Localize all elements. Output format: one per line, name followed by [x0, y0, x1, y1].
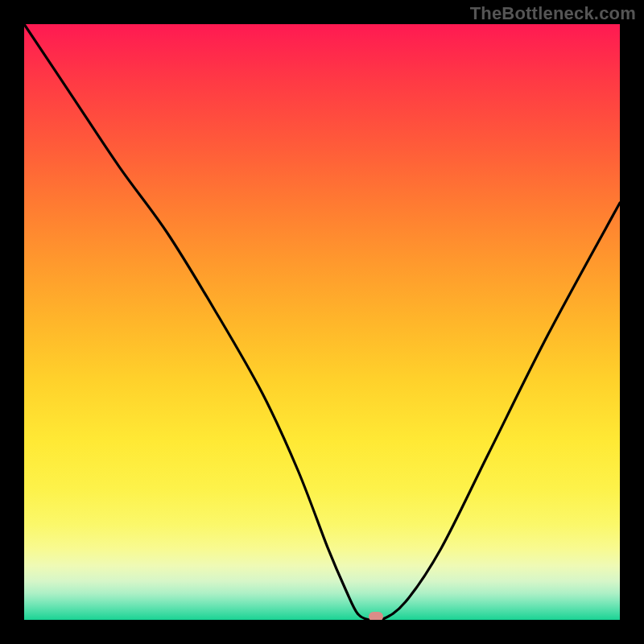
optimal-marker: [369, 612, 383, 620]
curve-layer: [24, 24, 620, 620]
plot-area: [24, 24, 620, 620]
watermark-text: TheBottleneck.com: [470, 3, 636, 24]
bottleneck-curve-path: [24, 24, 620, 620]
bottleneck-chart: TheBottleneck.com: [0, 0, 644, 644]
